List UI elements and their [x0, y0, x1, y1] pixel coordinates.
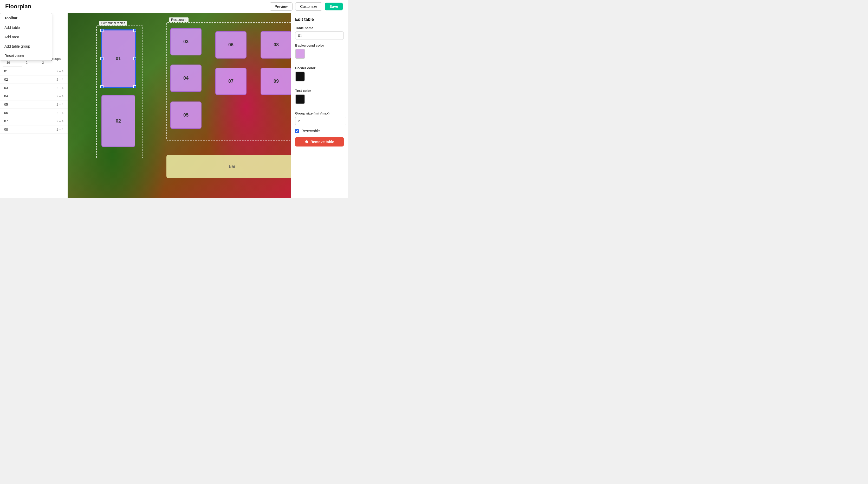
table-label-03: 03: [183, 39, 188, 45]
background-color-swatch[interactable]: [295, 49, 305, 59]
preview-button[interactable]: Preview: [270, 2, 292, 11]
border-color-swatch[interactable]: [295, 72, 305, 81]
floorplan-table-09[interactable]: 09: [260, 68, 291, 95]
table-list: 012 – 4 022 – 4 032 – 4 042 – 4 052 – 4 …: [0, 67, 68, 134]
reservable-row: Reservable: [295, 129, 344, 133]
right-panel: Edit table Table name Background color B…: [291, 13, 348, 198]
resize-handle-bl[interactable]: [100, 85, 103, 88]
add-table-group-item[interactable]: Add table group: [0, 41, 52, 51]
table-row[interactable]: 052 – 4: [0, 101, 68, 109]
areas-badge: 2: [26, 61, 28, 64]
communal-label: Communal tables: [99, 21, 127, 26]
bar-area[interactable]: Bar: [166, 155, 291, 178]
table-label-01: 01: [116, 56, 121, 61]
floorplan-table-08[interactable]: 08: [260, 31, 291, 59]
table-row[interactable]: 082 – 4: [0, 125, 68, 134]
bar-label: Bar: [229, 164, 235, 169]
edit-table-title: Edit table: [295, 17, 344, 22]
table-label-07: 07: [228, 79, 234, 84]
trash-icon: 🗑: [305, 140, 308, 144]
toolbar-header: Toolbar: [0, 13, 52, 23]
restaurant-label: Restaurant: [169, 18, 188, 22]
background-color-label: Background color: [295, 44, 344, 47]
tables-panel: Tables 10 Areas 2 Table groups 2 012 – 4…: [0, 55, 68, 198]
table-label-04: 04: [183, 76, 188, 81]
toolbar-dropdown: Toolbar Add table Add area Add table gro…: [0, 13, 52, 61]
table-groups-badge: 2: [42, 61, 44, 64]
header: Floorplan Preview Customize Save: [0, 0, 348, 13]
border-color-label: Border color: [295, 66, 344, 70]
table-row[interactable]: 062 – 4: [0, 109, 68, 117]
resize-handle-tr[interactable]: [133, 29, 136, 32]
table-row[interactable]: 032 – 4: [0, 84, 68, 92]
reset-zoom-item[interactable]: Reset zoom: [0, 51, 52, 60]
table-label-05: 05: [183, 112, 188, 118]
main-layout: Toolbar Add table Add area Add table gro…: [0, 13, 348, 198]
floorplan-table-06[interactable]: 06: [215, 31, 247, 59]
table-name-label: Table name: [295, 26, 344, 30]
resize-handle-mr[interactable]: [133, 57, 136, 60]
resize-handle-ml[interactable]: [100, 57, 103, 60]
save-button[interactable]: Save: [325, 3, 343, 10]
text-color-label: Text color: [295, 89, 344, 93]
table-label-06: 06: [228, 42, 234, 48]
floorplan-table-03[interactable]: 03: [170, 28, 202, 55]
reservable-label: Reservable: [301, 129, 320, 133]
add-table-item[interactable]: Add table: [0, 23, 52, 32]
canvas-area[interactable]: Communal tables Restaurant 01 02: [68, 13, 291, 198]
floorplan-table-07[interactable]: 07: [215, 68, 247, 95]
remove-table-button[interactable]: 🗑 Remove table: [295, 137, 344, 146]
floorplan-table-01[interactable]: 01: [101, 30, 135, 87]
floorplan-background: Communal tables Restaurant 01 02: [68, 13, 291, 198]
group-size-inputs: [295, 117, 344, 125]
floorplan-table-02[interactable]: 02: [101, 95, 135, 147]
tables-badge: 10: [6, 61, 10, 64]
floorplan-table-05[interactable]: 05: [170, 102, 202, 129]
table-label-02: 02: [116, 118, 121, 124]
left-panel: Toolbar Add table Add area Add table gro…: [0, 13, 68, 198]
text-color-swatch[interactable]: [295, 94, 305, 104]
floorplan-table-04[interactable]: 04: [170, 64, 202, 92]
text-color-row: [295, 94, 344, 108]
table-row[interactable]: 072 – 4: [0, 117, 68, 125]
table-row[interactable]: 042 – 4: [0, 92, 68, 101]
header-actions: Preview Customize Save: [270, 2, 343, 11]
table-label-09: 09: [274, 79, 279, 84]
resize-handle-tl[interactable]: [100, 29, 103, 32]
table-label-08: 08: [274, 42, 279, 48]
resize-handle-br[interactable]: [133, 85, 136, 88]
group-size-label: Group size (min/max): [295, 111, 344, 115]
table-row[interactable]: 012 – 4: [0, 67, 68, 76]
table-name-input[interactable]: [295, 31, 344, 40]
app-title: Floorplan: [5, 3, 31, 10]
group-size-min-input[interactable]: [295, 117, 346, 125]
customize-button[interactable]: Customize: [295, 2, 322, 11]
remove-table-label: Remove table: [310, 140, 334, 144]
reservable-checkbox[interactable]: [295, 129, 299, 133]
add-area-item[interactable]: Add area: [0, 32, 52, 41]
background-color-row: [295, 49, 344, 62]
border-color-row: [295, 72, 344, 85]
table-row[interactable]: 022 – 4: [0, 76, 68, 84]
